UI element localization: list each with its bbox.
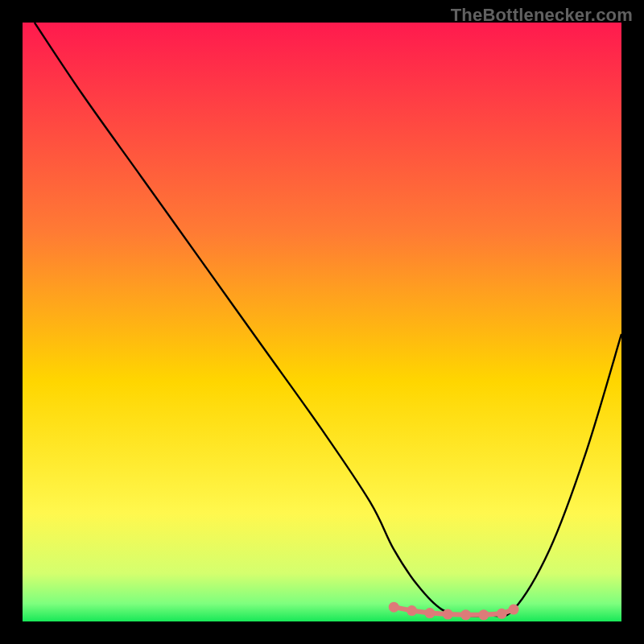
gradient-background xyxy=(23,23,621,621)
watermark-text: TheBottlenecker.com xyxy=(451,5,633,26)
bottleneck-chart xyxy=(23,23,621,621)
chart-container: TheBottlenecker.com xyxy=(0,0,644,644)
